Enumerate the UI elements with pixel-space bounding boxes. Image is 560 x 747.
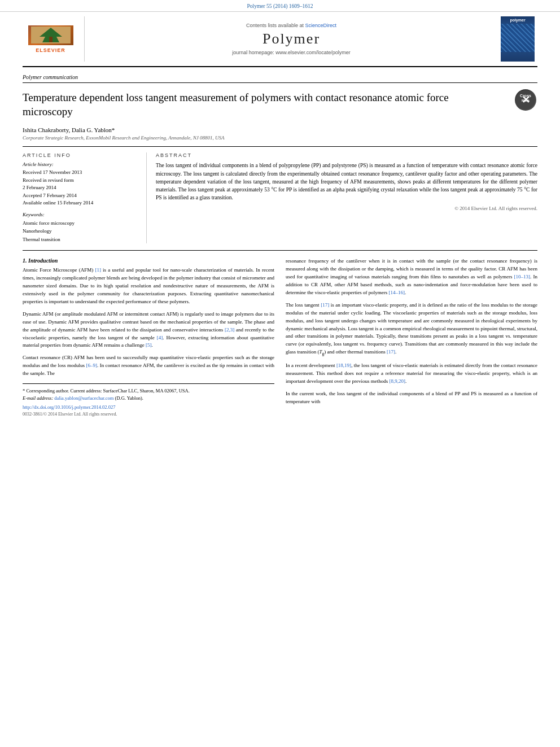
journal-reference-bar: Polymer 55 (2014) 1609–1612 xyxy=(0,0,560,12)
footer-copyright: 0032-3861/© 2014 Elsevier Ltd. All right… xyxy=(23,412,274,417)
history-item-1: Received 17 November 2013 xyxy=(23,169,139,177)
history-label: Article history: xyxy=(23,161,139,167)
body-two-col: 1. Introduction Atomic Force Microscope … xyxy=(23,257,537,417)
intro-para1: Atomic Force Microscope (AFM) [1] is a u… xyxy=(23,267,274,306)
crossmark-icon: ✕ Cross Mark xyxy=(515,89,536,111)
page: Polymer 55 (2014) 1609–1612 ELSEVIER Con… xyxy=(0,0,560,747)
history-item-5: Available online 15 February 2014 xyxy=(23,199,139,207)
article-info-header: ARTICLE INFO xyxy=(23,152,139,158)
article-info-column: ARTICLE INFO Article history: Received 1… xyxy=(23,152,147,243)
svg-text:Mark: Mark xyxy=(522,99,530,102)
keyword-3: Thermal transition xyxy=(23,235,139,243)
abstract-column: ABSTRACT The loss tangent of individual … xyxy=(156,152,537,243)
history-item-2: Received in revised form xyxy=(23,177,139,185)
history-item-4: Accepted 7 February 2014 xyxy=(23,192,139,200)
article-info-abstract-section: ARTICLE INFO Article history: Received 1… xyxy=(23,146,537,243)
doi-link[interactable]: http://dx.doi.org/10.1016/j.polymer.2014… xyxy=(23,404,274,410)
elsevier-tree-logo xyxy=(28,25,73,45)
history-list: Received 17 November 2013 Received in re… xyxy=(23,169,139,207)
abstract-text: The loss tangent of individual component… xyxy=(156,161,537,202)
cover-pattern xyxy=(501,24,535,52)
article-title: Temperature dependent loss tangent measu… xyxy=(23,91,485,119)
copyright-line: © 2014 Elsevier Ltd. All rights reserved… xyxy=(156,206,537,211)
right-para1: resonance frequency of the cantilever wh… xyxy=(286,257,537,297)
intro-para2: Dynamic AFM (or amplitude modulated AFM … xyxy=(23,311,274,350)
crossmark-badge[interactable]: ✕ Cross Mark xyxy=(515,89,537,112)
journal-reference-text: Polymer 55 (2014) 1609–1612 xyxy=(247,3,313,9)
main-content: Polymer communication Temperature depend… xyxy=(23,67,537,417)
journal-homepage: journal homepage: www.elsevier.com/locat… xyxy=(232,50,351,55)
keyword-1: Atomic force microscopy xyxy=(23,219,139,227)
intro-heading: 1. Introduction xyxy=(23,257,274,264)
title-row: Temperature dependent loss tangent measu… xyxy=(23,86,537,123)
history-item-3: 2 February 2014 xyxy=(23,184,139,192)
footnote-area: * Corresponding author. Current address:… xyxy=(23,383,274,417)
cover-thumbnail: polymer xyxy=(501,16,535,62)
keywords-label: Keywords: xyxy=(23,212,139,217)
sciencedirect-link[interactable]: ScienceDirect xyxy=(305,23,337,28)
article-type: Polymer communication xyxy=(23,74,537,83)
intro-para3: Contact resonance (CR) AFM has been used… xyxy=(23,354,274,378)
footnote-asterisk: * Corresponding author. Current address:… xyxy=(23,387,274,395)
body-right-col: resonance frequency of the cantilever wh… xyxy=(286,257,537,417)
keyword-2: Nanorheology xyxy=(23,227,139,235)
polymer-cover-image: polymer xyxy=(498,16,537,62)
affiliation: Corporate Strategic Research, ExxonMobil… xyxy=(23,135,537,141)
right-para4: In the current work, the loss tangent of… xyxy=(286,390,537,406)
elsevier-logo: ELSEVIER xyxy=(23,16,85,62)
body-divider xyxy=(23,250,537,251)
keywords-list: Atomic force microscopy Nanorheology The… xyxy=(23,219,139,243)
journal-name: Polymer xyxy=(262,30,320,47)
abstract-header: ABSTRACT xyxy=(156,152,537,158)
contents-available-line: Contents lists available at ScienceDirec… xyxy=(246,23,336,28)
cover-title-text: polymer xyxy=(510,18,525,22)
journal-header: ELSEVIER Contents lists available at Sci… xyxy=(23,12,537,67)
body-left-col: 1. Introduction Atomic Force Microscope … xyxy=(23,257,274,417)
svg-rect-2 xyxy=(49,37,53,42)
authors: Ishita Chakraborty, Dalia G. Yablon* xyxy=(23,126,537,133)
footnote-email: E-mail address: dalia.yablon@surfacechar… xyxy=(23,395,274,402)
email-link[interactable]: dalia.yablon@surfacechar.com xyxy=(54,395,113,401)
svg-text:Cross: Cross xyxy=(520,94,531,98)
right-para2: The loss tangent [17] is an important vi… xyxy=(286,302,537,357)
elsevier-text: ELSEVIER xyxy=(36,47,65,53)
right-para3: In a recent development [18,19], the los… xyxy=(286,362,537,386)
journal-center-header: Contents lists available at ScienceDirec… xyxy=(90,16,492,62)
